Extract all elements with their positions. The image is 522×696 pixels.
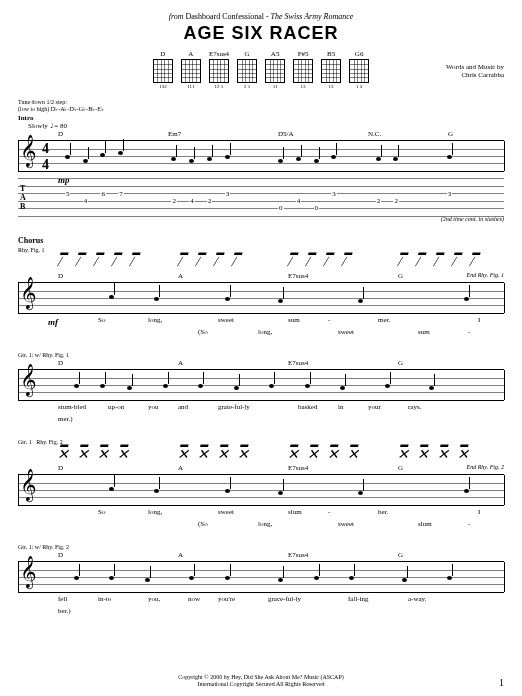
notation-staff: 𝄞: [18, 474, 504, 506]
rhythm-slashes: ///// //// //// /////: [18, 254, 504, 270]
treble-clef-icon: 𝄞: [20, 558, 37, 586]
lyrics-line: So long, sweet slum - ber. I: [18, 508, 504, 518]
sheet-header: from Dashboard Confessional - The Swiss …: [18, 12, 504, 44]
rhythm-figure-label: Gtr. 1: w/ Rhy. Fig. 2: [18, 544, 504, 550]
treble-clef-icon: 𝄞: [20, 137, 37, 165]
rhythm-figure-label: Rhy. Fig. 1: [18, 247, 504, 253]
chord-symbols: D Em7 D5/A N.C. G: [18, 130, 504, 140]
tuning-note: Tune down 1/2 step: (low to high) D♭-A♭-…: [18, 99, 504, 112]
guitar-label: Gtr. 1: [18, 439, 32, 445]
chord-diagram: A111: [181, 50, 201, 89]
from-line: from Dashboard Confessional - The Swiss …: [18, 12, 504, 21]
performance-note: (2nd time cont. in slashes): [18, 216, 504, 222]
chord-diagram: F#513: [293, 50, 313, 89]
copyright-footer: Copyright © 2000 by Hey, Did She Ask Abo…: [0, 674, 522, 688]
rhythm-figure-label: Rhy. Fig. 2: [36, 439, 63, 445]
chord-diagram: D132: [153, 50, 173, 89]
intro-system: Intro Slowly ♩ = 80 D Em7 D5/A N.C. G 𝄞 …: [18, 114, 504, 222]
notation-staff: 𝄞: [18, 561, 504, 593]
tempo-marking: Slowly ♩ = 80: [28, 122, 504, 130]
lyrics-line-backing: mer.): [18, 415, 504, 425]
rhythm-slashes: ✕✕✕✕ ✕✕✕✕ ✕✕✕✕ ✕✕✕✕: [18, 446, 504, 462]
chord-symbols: D A E7sus4 G: [18, 359, 504, 369]
rhythm-figure-label: Gtr. 1: w/ Rhy. Fig. 1: [18, 352, 504, 358]
notation-staff: 𝄞: [18, 369, 504, 401]
notation-staff: 𝄞 44 mp: [18, 140, 504, 172]
chorus-system: Gtr. 1: w/ Rhy. Fig. 1 D A E7sus4 G 𝄞 st…: [18, 352, 504, 425]
tablature-staff: TAB 5 4 6 7 2 4 2 3 0 4 0 3 2 2 3: [18, 178, 504, 216]
section-label: Chorus: [18, 236, 504, 245]
treble-clef-icon: 𝄞: [20, 366, 37, 394]
chord-diagram: G2 1: [237, 50, 257, 89]
credits: Words and Music by Chris Carrabba: [18, 63, 504, 79]
notation-staff: 𝄞 mf: [18, 282, 504, 314]
lyrics-line-backing: ber.): [18, 607, 504, 617]
chorus-system: Rhy. Fig. 1 ///// //// //// ///// D A E7…: [18, 247, 504, 338]
page-number: 1: [499, 677, 504, 688]
chord-diagram: G61 3: [349, 50, 369, 89]
chord-symbols: D A E7sus4 G: [18, 551, 504, 561]
tab-label-icon: TAB: [20, 184, 26, 211]
time-signature: 44: [42, 141, 49, 173]
treble-clef-icon: 𝄞: [20, 279, 37, 307]
chord-symbols: D A E7sus4 G End Rhy. Fig. 2: [18, 464, 504, 474]
chord-diagram: B513: [321, 50, 341, 89]
lyrics-line-backing: (So long, sweet sum -: [18, 328, 504, 338]
chord-symbols: D A E7sus4 G End Rhy. Fig. 1: [18, 272, 504, 282]
chorus-system: Gtr. 1: w/ Rhy. Fig. 2 D A E7sus4 G 𝄞 fe…: [18, 544, 504, 617]
treble-clef-icon: 𝄞: [20, 471, 37, 499]
chord-diagram: E7sus412 1: [209, 50, 229, 89]
lyrics-line: So long, sweet sum - mer. I: [18, 316, 504, 326]
lyrics-line: stum-bled up-on you and grate-ful-ly bas…: [18, 403, 504, 413]
song-title: AGE SIX RACER: [18, 23, 504, 44]
lyrics-line: fell in-to you, now you're grace-ful-ly …: [18, 595, 504, 605]
chorus-system: Gtr. 1 Rhy. Fig. 2 ✕✕✕✕ ✕✕✕✕ ✕✕✕✕ ✕✕✕✕ D…: [18, 439, 504, 530]
lyrics-line-backing: (So long, sweet slum -: [18, 520, 504, 530]
chord-diagram: A511: [265, 50, 285, 89]
section-label: Intro: [18, 114, 33, 122]
